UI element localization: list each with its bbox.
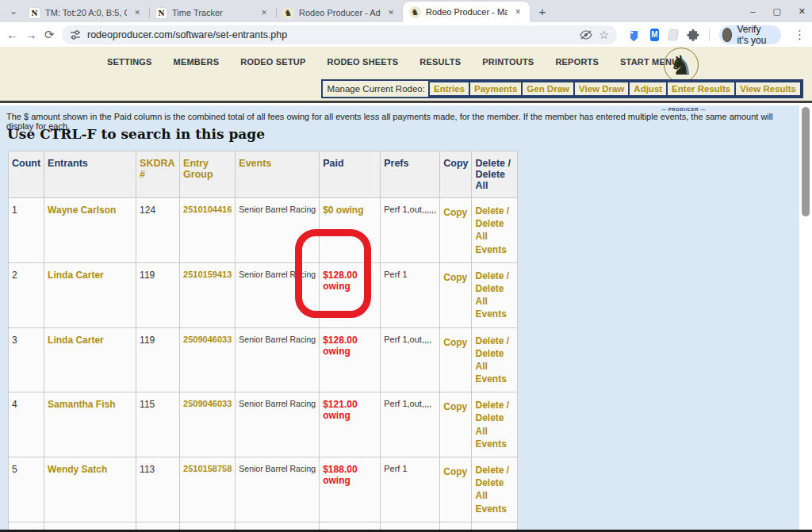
cell-entrant-name: Samantha Fish — [44, 392, 136, 457]
cell-delete: Delete / Delete All Events — [472, 327, 518, 392]
tab-close-icon[interactable]: ✕ — [259, 7, 270, 18]
table-row: 2Linda Carter1192510159413Senior Barrel … — [9, 262, 518, 327]
notes-extension-icon[interactable] — [668, 29, 678, 40]
gen-draw-button[interactable]: Gen Draw — [521, 81, 575, 97]
scrollbar-thumb[interactable] — [802, 107, 810, 216]
window-minimize-button[interactable]: – — [750, 6, 755, 16]
profile-label: Verify it's you — [737, 24, 773, 46]
delete-link[interactable]: Delete / Delete All Events — [475, 399, 514, 450]
delete-link[interactable]: Delete / Delete All Events — [475, 205, 514, 256]
cell-paid: $128.00 owing — [320, 327, 381, 392]
tab-close-icon[interactable]: ✕ — [385, 7, 396, 18]
copy-link[interactable]: Copy — [443, 271, 467, 284]
nav-item-members[interactable]: MEMBERS — [174, 57, 220, 67]
forward-icon[interactable]: → — [25, 28, 36, 41]
copy-link[interactable]: Copy — [443, 336, 467, 349]
cell-skdra-number: 119 — [136, 262, 180, 327]
main-nav: SETTINGSMEMBERSRODEO SETUPRODEO SHEETSRE… — [107, 57, 678, 67]
copy-link[interactable]: Copy — [443, 465, 467, 478]
table-body: 1Wayne Carlson1242510104416Senior Barrel… — [9, 198, 518, 532]
tab-search-icon[interactable]: ⌄ — [5, 6, 22, 17]
entrants-table: CountEntrantsSKDRA #Entry GroupEventsPai… — [8, 151, 518, 532]
nav-item-rodeo-sheets[interactable]: RODEO SHEETS — [327, 57, 399, 67]
column-header-paid: Paid — [320, 151, 381, 198]
nav-item-printouts[interactable]: PRINTOUTS — [482, 57, 534, 67]
cell-delete: Delete / Delete All Events — [472, 262, 518, 327]
new-tab-button[interactable]: + — [533, 2, 552, 21]
nav-item-rodeo-setup[interactable]: RODEO SETUP — [240, 57, 305, 67]
extensions-puzzle-icon[interactable] — [687, 28, 699, 41]
cell-events: Senior Barrel Racing — [236, 198, 320, 263]
column-header-copy: Copy — [440, 151, 472, 198]
manage-rodeo-label: Manage Current Rodeo: — [323, 82, 430, 96]
table-header-row: CountEntrantsSKDRA #Entry GroupEventsPai… — [9, 151, 518, 198]
nav-item-reports[interactable]: REPORTS — [555, 57, 599, 67]
payments-button[interactable]: Payments — [469, 81, 523, 97]
adjust-button[interactable]: Adjust — [628, 81, 668, 97]
browser-tab-2[interactable]: NTime Tracker✕ — [149, 3, 276, 22]
delete-link[interactable]: Delete / Delete All Events — [475, 335, 514, 386]
tab-title: Rodeo Producer - Advanced - E — [299, 8, 381, 17]
manage-rodeo-toolbar: Manage Current Rodeo: EntriesPaymentsGen… — [321, 79, 803, 98]
tab-close-icon[interactable]: ✕ — [512, 6, 523, 17]
tab-title: Rodeo Producer - Manage Rod — [426, 7, 508, 17]
m-extension-icon[interactable]: M — [650, 29, 659, 41]
profile-chip[interactable]: Verify it's you — [719, 25, 781, 44]
cell-events: Senior Barrel Racing — [236, 327, 320, 392]
back-icon[interactable]: ← — [6, 28, 18, 41]
cell-count: 5 — [9, 457, 44, 522]
site-info-icon[interactable] — [70, 29, 81, 40]
browser-menu-icon[interactable]: ⋮ — [794, 28, 806, 42]
table-row: 4Samantha Fish1152509046033Senior Barrel… — [9, 392, 518, 457]
copy-link[interactable]: Copy — [443, 206, 467, 219]
toolbar-divider — [709, 29, 710, 41]
window-close-button[interactable]: ✕ — [799, 6, 806, 17]
cell-copy: Copy — [440, 392, 472, 457]
page-content: The $ amount shown in the Paid column is… — [0, 105, 799, 532]
reload-icon[interactable]: ⟳ — [44, 28, 56, 42]
scrollbar-track[interactable] — [799, 105, 812, 532]
column-header-entrants: Entrants — [44, 151, 136, 198]
browser-tab-1[interactable]: NTM: Tot:20 A:0, B:5, C:13, D:1, E✕ — [22, 3, 149, 22]
cell-copy: Copy — [440, 327, 472, 392]
cell-prefs: Perf 1 — [381, 262, 440, 327]
tab-title: Time Tracker — [172, 8, 254, 17]
cell-delete: Delete / Delete All Events — [472, 392, 518, 457]
copy-link[interactable]: Copy — [443, 400, 467, 413]
tab-close-icon[interactable]: ✕ — [132, 7, 143, 18]
delete-link[interactable]: Delete / Delete All Events — [475, 270, 514, 321]
cell-entry-group: 2510158758 — [180, 457, 236, 522]
delete-link[interactable]: Delete / Delete All Events — [475, 464, 514, 515]
cell-delete: Delete / Delete All Events — [472, 198, 518, 263]
cell-delete: Delete / Delete All Events — [472, 457, 518, 522]
cell-skdra-number: 113 — [136, 457, 180, 522]
horse-logo-icon: ♞ — [664, 48, 699, 82]
table-row: 5Wendy Satch1132510158758Senior Barrel R… — [9, 457, 518, 522]
view-results-button[interactable]: View Results — [734, 81, 802, 97]
window-maximize-button[interactable]: ▢ — [772, 6, 780, 17]
view-draw-button[interactable]: View Draw — [573, 81, 630, 97]
cell-copy: Copy — [440, 262, 472, 327]
url-text[interactable]: rodeoproducer.com/software/set-entrants.… — [87, 29, 573, 40]
tab-title: TM: Tot:20 A:0, B:5, C:13, D:1, E — [45, 8, 127, 17]
cell-entry-group: 2510159413 — [180, 262, 236, 327]
enter-results-button[interactable]: Enter Results — [666, 81, 736, 97]
reading-mode-eye-icon[interactable] — [580, 30, 592, 40]
browser-tab-3[interactable]: ♞Rodeo Producer - Advanced - E✕ — [276, 3, 403, 22]
tag-extension-icon[interactable] — [628, 29, 641, 41]
address-bar[interactable]: rodeoproducer.com/software/set-entrants.… — [62, 25, 617, 44]
cell-count: 2 — [9, 262, 44, 327]
nav-item-settings[interactable]: SETTINGS — [107, 57, 152, 67]
column-header-prefs: Prefs — [381, 151, 440, 198]
logo-caption: — PRODUCER — — [661, 107, 701, 112]
cell-entrant-name: Linda Carter — [44, 327, 136, 392]
horse-favicon: ♞ — [409, 6, 421, 18]
browser-tab-4[interactable]: ♞Rodeo Producer - Manage Rod✕ — [403, 2, 530, 22]
bookmark-star-icon[interactable]: ☆ — [599, 29, 609, 41]
cell-entry-group: 2510104416 — [180, 198, 236, 263]
cell-skdra-number: 119 — [136, 327, 180, 392]
cell-events: Senior Barrel Racing — [236, 262, 320, 327]
entries-button[interactable]: Entries — [428, 81, 470, 97]
nav-item-results[interactable]: RESULTS — [419, 57, 461, 67]
cell-entrant-name: Wayne Carlson — [44, 198, 136, 263]
